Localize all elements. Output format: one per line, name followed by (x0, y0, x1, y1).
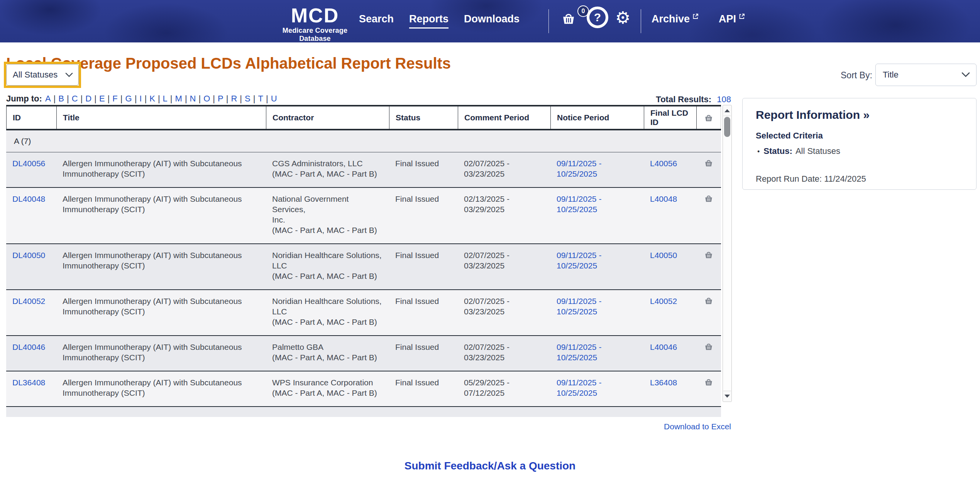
row-comment-period-cell: 05/29/2025 - 07/12/2025 (458, 371, 550, 406)
status-filter-select[interactable]: All Statuses (6, 64, 79, 86)
notice-period-link[interactable]: 09/11/2025 - 10/25/2025 (557, 378, 601, 397)
jump-letter-u[interactable]: U (271, 94, 277, 103)
submit-feedback-link[interactable]: Submit Feedback/Ask a Question (405, 460, 575, 472)
final-lcd-id-link[interactable]: L40048 (650, 194, 677, 203)
table-body: DL40056 Allergen Immunotherapy (AIT) wit… (6, 152, 721, 407)
nav-item-reports[interactable]: Reports (409, 13, 449, 29)
jump-letter-t[interactable]: T (258, 94, 263, 103)
report-information-panel: Report Information » Selected Criteria •… (742, 98, 977, 190)
add-to-basket-icon[interactable] (704, 194, 714, 243)
row-comment-period-cell: 02/13/2025 - 03/29/2025 (458, 188, 550, 243)
nav-item-search[interactable]: Search (359, 13, 394, 29)
jump-letter-e[interactable]: E (99, 94, 105, 103)
final-lcd-id-link[interactable]: L40050 (650, 251, 677, 260)
mcd-report-page: MCD Medicare Coverage Database SearchRep… (0, 0, 980, 481)
row-comment-period-cell: 02/07/2025 - 03/23/2025 (458, 336, 550, 371)
gear-icon[interactable]: ⚙ (615, 9, 630, 26)
jump-letter-p[interactable]: P (218, 94, 223, 103)
api-link[interactable]: API (719, 13, 745, 25)
sort-by-value: Title (883, 70, 899, 80)
help-icon[interactable]: ? (587, 7, 608, 28)
basket-icon[interactable] (560, 11, 577, 25)
col-header-notice-period[interactable]: Notice Period (550, 106, 644, 129)
row-basket-cell (696, 336, 721, 371)
proposed-lcd-id-link[interactable]: DL40056 (12, 159, 45, 168)
row-contractor-cell: CGS Administrators, LLC (MAC - Part A, M… (266, 152, 389, 187)
scrollbar-thumb[interactable] (724, 117, 730, 137)
jump-letter-m[interactable]: M (175, 94, 182, 103)
row-title-cell: Allergen Immunotherapy (AIT) with Subcut… (56, 371, 266, 406)
proposed-lcd-id-link[interactable]: DL40046 (12, 343, 45, 351)
jump-letter-k[interactable]: K (149, 94, 155, 103)
final-lcd-id-link[interactable]: L40056 (650, 159, 677, 168)
add-to-basket-icon[interactable] (704, 250, 714, 289)
chevron-down-icon (65, 73, 73, 78)
download-to-excel-link[interactable]: Download to Excel (664, 422, 731, 431)
archive-link[interactable]: Archive (652, 13, 699, 25)
jump-letter-r[interactable]: R (231, 94, 237, 103)
jump-letter-i[interactable]: I (139, 94, 142, 103)
row-notice-period-cell: 09/11/2025 - 10/25/2025 (550, 371, 644, 406)
jump-letter-n[interactable]: N (190, 94, 196, 103)
row-title-cell: Allergen Immunotherapy (AIT) with Subcut… (56, 336, 266, 371)
col-header-status[interactable]: Status (389, 106, 458, 129)
row-notice-period-cell: 09/11/2025 - 10/25/2025 (550, 336, 644, 371)
proposed-lcd-id-link[interactable]: DL40052 (12, 297, 45, 305)
row-title-cell: Allergen Immunotherapy (AIT) with Subcut… (56, 290, 266, 335)
jump-letter-o[interactable]: O (203, 94, 210, 103)
row-id-cell: DL40046 (6, 336, 56, 371)
report-information-heading[interactable]: Report Information » (756, 108, 963, 122)
jump-letter-d[interactable]: D (85, 94, 91, 103)
proposed-lcd-id-link[interactable]: DL36408 (12, 378, 45, 387)
mcd-logo[interactable]: MCD Medicare Coverage Database (270, 5, 360, 43)
col-header-comment-period[interactable]: Comment Period (458, 106, 550, 129)
table-row: DL40046 Allergen Immunotherapy (AIT) wit… (6, 336, 721, 371)
site-header: MCD Medicare Coverage Database SearchRep… (0, 0, 980, 42)
notice-period-link[interactable]: 09/11/2025 - 10/25/2025 (557, 159, 601, 178)
external-link-icon (692, 13, 699, 20)
proposed-lcd-id-link[interactable]: DL40050 (12, 251, 45, 260)
scroll-down-button[interactable] (723, 391, 731, 401)
row-basket-cell (696, 244, 721, 289)
col-header-title[interactable]: Title (56, 106, 266, 129)
notice-period-link[interactable]: 09/11/2025 - 10/25/2025 (557, 297, 601, 316)
row-basket-cell (696, 188, 721, 243)
jump-letter-g[interactable]: G (125, 94, 132, 103)
jump-letter-a[interactable]: A (45, 94, 51, 103)
jump-separator: | (108, 94, 110, 103)
col-header-basket-icon (696, 106, 721, 129)
nav-item-downloads[interactable]: Downloads (464, 13, 520, 29)
final-lcd-id-link[interactable]: L40046 (650, 343, 677, 351)
header-external-links: Archive API (652, 13, 745, 25)
jump-separator: | (213, 94, 215, 103)
row-basket-cell (696, 290, 721, 335)
jump-separator: | (120, 94, 123, 103)
row-contractor-cell: National Government Services, Inc. (MAC … (266, 188, 389, 243)
final-lcd-id-link[interactable]: L40052 (650, 297, 677, 305)
table-row: DL40048 Allergen Immunotherapy (AIT) wit… (6, 188, 721, 244)
jump-letter-l[interactable]: L (163, 94, 168, 103)
final-lcd-id-link[interactable]: L36408 (650, 378, 677, 387)
row-status-cell: Final Issued (389, 290, 458, 335)
add-to-basket-icon[interactable] (704, 158, 714, 187)
scroll-up-button[interactable] (723, 106, 731, 116)
jump-letter-c[interactable]: C (72, 94, 78, 103)
add-to-basket-icon[interactable] (704, 377, 714, 406)
jump-separator: | (253, 94, 256, 103)
col-header-final-lcd-id[interactable]: Final LCD ID (644, 106, 696, 129)
notice-period-link[interactable]: 09/11/2025 - 10/25/2025 (557, 194, 601, 214)
table-scrollbar[interactable] (723, 105, 732, 402)
proposed-lcd-id-link[interactable]: DL40048 (12, 194, 45, 203)
add-to-basket-icon[interactable] (704, 342, 714, 371)
sort-by-select[interactable]: Title (875, 64, 977, 86)
col-header-id[interactable]: ID (6, 106, 56, 129)
api-link-label: API (719, 13, 736, 25)
jump-letter-b[interactable]: B (58, 94, 64, 103)
add-to-basket-icon[interactable] (704, 296, 714, 335)
notice-period-link[interactable]: 09/11/2025 - 10/25/2025 (557, 343, 601, 362)
jump-letter-s[interactable]: S (245, 94, 251, 103)
report-run-date: Report Run Date: 11/24/2025 (756, 174, 963, 184)
col-header-contractor[interactable]: Contractor (266, 106, 389, 129)
jump-letter-f[interactable]: F (112, 94, 117, 103)
notice-period-link[interactable]: 09/11/2025 - 10/25/2025 (557, 251, 601, 270)
